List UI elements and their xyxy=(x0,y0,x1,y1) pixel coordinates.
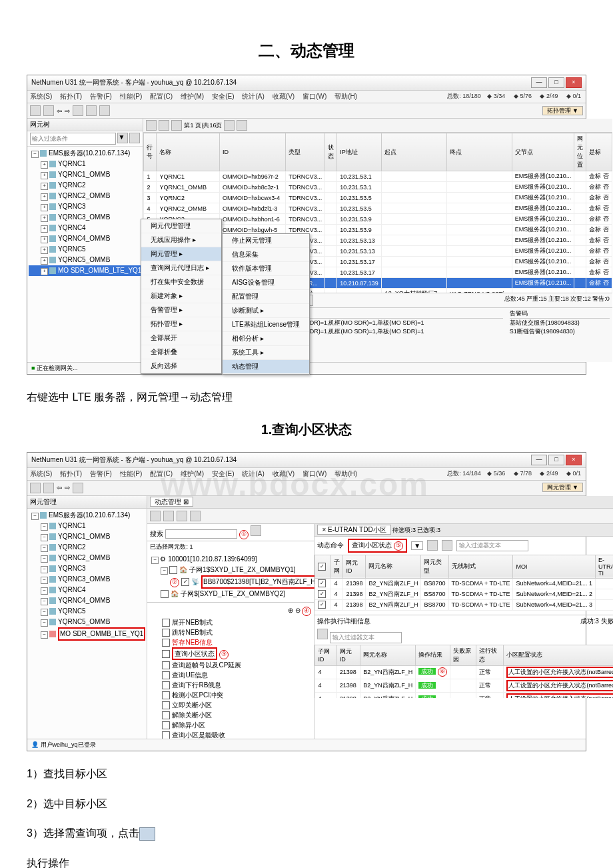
result-filter-input[interactable]: 输入过滤器文本 xyxy=(330,632,402,643)
toolbar-icon[interactable] xyxy=(177,511,187,521)
col-header[interactable]: ID xyxy=(219,133,285,171)
op-item[interactable]: 立即关断小区 xyxy=(149,700,312,710)
op-item[interactable]: 查询UE信息 xyxy=(149,670,312,680)
tree-node[interactable]: +YQRNC4_OMMB xyxy=(29,233,141,244)
menu-item[interactable]: 全部折叠 xyxy=(141,345,221,359)
tree-subnet[interactable]: −🏠 子网1$SXYD_LTE_ZX_OMMBYQ1] xyxy=(149,565,312,575)
col-header[interactable]: 网元名称 xyxy=(360,645,416,665)
op-item[interactable]: 暂存NEB信息 xyxy=(149,637,312,647)
menu-item[interactable]: 帮助(H) xyxy=(334,469,357,479)
menu-item[interactable]: 窗口(W) xyxy=(303,469,326,479)
menu-item[interactable]: 安全(E) xyxy=(212,469,234,479)
search-input[interactable] xyxy=(165,529,237,539)
menu-item[interactable]: 配置管理 xyxy=(223,290,309,304)
maximize-button[interactable]: □ xyxy=(548,455,564,465)
col-header[interactable]: 子网ID xyxy=(315,645,336,665)
view-switcher[interactable]: 拓扑管理 ▼ xyxy=(542,106,583,115)
search-go-icon[interactable] xyxy=(251,525,261,536)
tree-node[interactable]: −YQRNC2 xyxy=(29,542,145,553)
col-header[interactable]: 父节点 xyxy=(512,133,574,171)
menu-item[interactable]: LTE基站组License管理 xyxy=(223,318,309,332)
tree-root[interactable]: −EMS服务器(10.210.67.134) xyxy=(29,148,141,159)
table-row[interactable]: 4YQRNC2_OMMBOMMOID=hxbdzl1-3TDRNCV3...10… xyxy=(144,203,612,214)
table-row[interactable]: 421398B2_YN舀南ZLF_H成功 ⑥正常人工设置的小区允许接入状态(no… xyxy=(315,665,613,679)
tree-node[interactable]: +YQRNC1 xyxy=(29,159,141,169)
tree-root[interactable]: −EMS服务器(10.210.67.134) xyxy=(29,510,145,521)
menu-item[interactable]: 统计(A) xyxy=(242,469,264,479)
col-header[interactable]: 网元位置 xyxy=(574,133,586,171)
filter-input[interactable]: 输入过滤器文本 xyxy=(456,540,528,551)
view-switcher[interactable]: 网元管理 ▼ xyxy=(542,483,583,492)
col-header[interactable]: 网元名称 xyxy=(366,555,421,578)
op-item-query-cell-status[interactable]: 查询小区状态 ③ xyxy=(149,647,312,660)
tree-node[interactable]: +YQRNC2 xyxy=(29,180,141,191)
col-header[interactable]: 操作结果 xyxy=(416,645,450,665)
col-header[interactable]: 终点 xyxy=(446,133,512,171)
nav-fwd-icon[interactable]: ⇨ xyxy=(65,484,70,491)
first-page-icon[interactable] xyxy=(159,120,169,131)
menu-item[interactable]: 查询网元代理日志 ▸ xyxy=(141,261,221,275)
close-button[interactable]: × xyxy=(566,455,582,465)
menu-item-ne-manage[interactable]: 网元管理 ▸ xyxy=(141,247,221,261)
tab-eutran[interactable]: × E-UTRAN TDD小区 xyxy=(317,525,390,535)
menu-item[interactable]: 配置(C) xyxy=(150,92,173,101)
minimize-button[interactable]: — xyxy=(531,455,547,465)
execute-icon[interactable] xyxy=(427,540,438,551)
tree-node[interactable]: −YQRNC5 xyxy=(29,606,145,617)
table-row[interactable]: 421398B2_YN舀南ZLF_HBS8700TD-SCDMA + TD-LT… xyxy=(315,599,613,610)
toolbar-icon[interactable] xyxy=(190,511,201,521)
col-header[interactable]: 名称 xyxy=(157,133,220,171)
table-row[interactable]: 1YQRNC1OMMOID=hxb967r-2TDRNCV3...10.231.… xyxy=(144,171,612,182)
table-row[interactable]: 3YQRNC2OMMOID=hxbcwx3-4TDRNCV3...10.231.… xyxy=(144,193,612,203)
tree-node[interactable]: −YQRNC1_OMMB xyxy=(29,531,145,542)
menu-item[interactable]: 维护(M) xyxy=(181,92,204,101)
tree-node[interactable]: −YQRNC4_OMMB xyxy=(29,595,145,606)
menu-item[interactable]: 收藏(V) xyxy=(273,469,295,479)
op-item[interactable]: 解除关断小区 xyxy=(149,710,312,720)
menu-item[interactable]: 新建对象 ▸ xyxy=(141,289,221,303)
tree-node[interactable]: −YQRNC5_OMMB xyxy=(29,617,145,627)
tree-node[interactable]: −YQRNC1 xyxy=(29,521,145,531)
menu-item[interactable]: 安全(E) xyxy=(212,92,234,101)
filter-dropdown-icon[interactable]: ▼ xyxy=(117,133,128,143)
tree-node[interactable]: −YQRNC3_OMMB xyxy=(29,574,145,585)
menu-item[interactable]: 系统(S) xyxy=(30,469,52,479)
menu-item[interactable]: 统计(A) xyxy=(242,92,264,101)
menu-item[interactable]: 性能(P) xyxy=(120,92,142,101)
cmd-dropdown-icon[interactable]: ▼ xyxy=(411,541,423,550)
op-item[interactable]: 查询小区是能吸收 xyxy=(149,730,312,739)
op-item[interactable]: 查询下行RB俄息 xyxy=(149,680,312,690)
col-header[interactable]: MOI xyxy=(513,555,596,578)
col-header[interactable]: 失败原因 xyxy=(450,645,476,665)
next-page-icon[interactable] xyxy=(224,120,235,131)
col-header[interactable]: 网元ID xyxy=(343,555,366,578)
menu-item[interactable]: 信息采集 xyxy=(223,248,309,262)
menu-item[interactable]: 窗口(W) xyxy=(303,92,326,101)
col-header[interactable]: 行号 xyxy=(144,133,157,171)
tree-node[interactable]: −YQRNC2_OMMB xyxy=(29,553,145,563)
refresh-icon[interactable] xyxy=(73,105,83,116)
menu-item-dynamic-manage[interactable]: 动态管理 xyxy=(223,360,309,374)
menu-item[interactable]: 停止网元管理 xyxy=(223,234,309,248)
toolbar-icon[interactable] xyxy=(99,105,110,116)
menu-item[interactable]: 拓扑管理 ▸ xyxy=(141,317,221,331)
menu-item[interactable]: AISG设备管理 xyxy=(223,276,309,290)
menu-item[interactable]: 帮助(H) xyxy=(334,92,357,101)
col-header[interactable]: IP地址 xyxy=(337,133,382,171)
menu-item[interactable]: 配置(C) xyxy=(150,469,173,479)
tree-node[interactable]: +YQRNC1_OMMB xyxy=(29,169,141,180)
table-row[interactable]: 2YQRNC1_OMMBOMMOID=hxb8c3z-1TDRNCV3...10… xyxy=(144,182,612,193)
cmd-value[interactable]: 查询小区状态 xyxy=(352,541,392,549)
toolbar-icon[interactable] xyxy=(86,105,97,116)
tree-root[interactable]: −⚙ 100001[10.210.87.139:64099] xyxy=(149,554,312,565)
col-header[interactable]: 无线制式 xyxy=(448,555,513,578)
toolbar-icon[interactable] xyxy=(150,511,161,521)
col-header[interactable]: 起点 xyxy=(381,133,446,171)
tree-node[interactable]: +YQRNC5_OMMB xyxy=(29,255,141,265)
tree-node[interactable]: +YQRNC2_OMMB xyxy=(29,191,141,201)
op-item[interactable]: 解除异小区 xyxy=(149,720,312,730)
menu-item[interactable]: 维护(M) xyxy=(181,469,204,479)
menu-item[interactable]: 全部展开 xyxy=(141,331,221,345)
collapse-all-icon[interactable]: ⊖ xyxy=(295,607,301,614)
close-button[interactable]: × xyxy=(566,77,582,88)
